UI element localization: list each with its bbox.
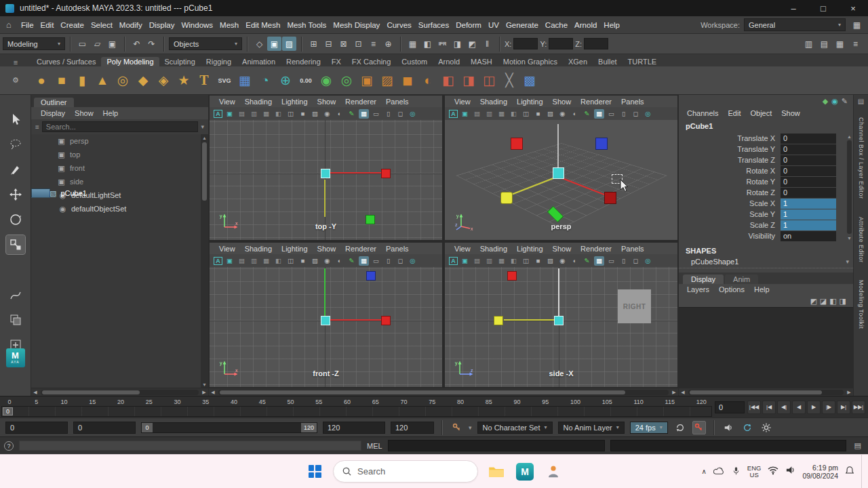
shelf-tab[interactable]: Poly Modeling: [101, 57, 159, 66]
clock[interactable]: 6:19 pm 09/08/2024: [802, 464, 838, 480]
make-live-icon[interactable]: ⊕: [381, 37, 395, 51]
grease-pencil-icon[interactable]: ✎: [582, 256, 592, 266]
cv-curve-icon[interactable]: [6, 285, 25, 304]
shadows-icon[interactable]: ◐: [334, 109, 344, 119]
scroll-right-icon[interactable]: ▶: [670, 390, 678, 395]
channel-sync-icon[interactable]: ◉: [831, 97, 838, 106]
viewport-canvas-persp[interactable]: yxz persp: [445, 120, 677, 240]
selected-node-name[interactable]: pCube1: [679, 119, 853, 133]
chevron-down-icon[interactable]: ▾: [846, 258, 849, 265]
resolution-gate-icon[interactable]: ▯: [618, 256, 629, 266]
film-gate-icon[interactable]: ▭: [371, 256, 381, 266]
shelf-tab[interactable]: FX: [326, 57, 347, 66]
shadows-icon[interactable]: ◐: [570, 109, 580, 119]
cube-yellow[interactable]: [500, 192, 513, 204]
wireframe-icon[interactable]: ◫: [521, 109, 531, 119]
shadows-icon[interactable]: ◐: [334, 256, 344, 266]
cube-blue[interactable]: [366, 271, 376, 281]
chevron-down-icon[interactable]: ▾: [469, 424, 472, 431]
use-all-lights-icon[interactable]: ◉: [557, 109, 568, 119]
pause-viewport-icon[interactable]: ‖: [480, 37, 494, 51]
platonic-solid-icon[interactable]: ◈: [153, 70, 174, 92]
two-d-pan-zoom-icon[interactable]: ◧: [509, 109, 519, 119]
viewport-front[interactable]: ViewShadingLightingShowRendererPanels A▣…: [209, 242, 443, 388]
shelf-tab[interactable]: XGen: [563, 57, 593, 66]
viewport-persp[interactable]: ViewShadingLightingShowRendererPanels A▣…: [444, 95, 678, 241]
channel-speed-icon[interactable]: ◆: [823, 97, 828, 106]
language-indicator[interactable]: ENGUS: [747, 465, 762, 479]
scroll-down-icon[interactable]: ▼: [202, 381, 207, 388]
image-plane-icon[interactable]: ▦: [496, 256, 507, 266]
sidebar-options-icon[interactable]: ▤: [858, 98, 864, 105]
z-coordinate-field[interactable]: [584, 38, 608, 49]
new-empty-layer-icon[interactable]: ◧: [829, 297, 836, 306]
layer-move-up-icon[interactable]: ◩: [810, 297, 816, 306]
channel-value-field[interactable]: 1: [781, 209, 836, 220]
scroll-right-icon[interactable]: ▶: [200, 390, 208, 395]
cached-playback-icon[interactable]: [741, 421, 754, 434]
menu-item[interactable]: UV: [485, 16, 502, 33]
layer-editor-menu[interactable]: Options: [715, 285, 749, 293]
animation-end-field[interactable]: 120: [391, 422, 434, 434]
character-set-key-icon[interactable]: [450, 421, 463, 434]
lock-camera-icon[interactable]: ▣: [460, 109, 470, 119]
film-gate-icon[interactable]: ▭: [371, 109, 381, 119]
cube-cyan[interactable]: [554, 316, 564, 325]
toggle-tool-settings-icon[interactable]: ▤: [817, 37, 831, 51]
align-objects-icon[interactable]: ⊕: [275, 70, 296, 92]
poly-torus-icon[interactable]: ◎: [113, 70, 133, 92]
channel-box-menu[interactable]: Edit: [724, 109, 745, 117]
shadows-icon[interactable]: ◐: [570, 256, 580, 266]
lock-camera-icon[interactable]: ▣: [224, 109, 235, 119]
channel-value-field[interactable]: 0: [781, 166, 836, 176]
sidebar-tab[interactable]: Channel Box / Layer Editor: [858, 117, 865, 199]
viewport-menu[interactable]: Lighting: [277, 245, 312, 253]
wireframe-icon[interactable]: ◫: [285, 109, 296, 119]
move-tool[interactable]: [6, 185, 25, 204]
outliner-horizontal-scrollbar[interactable]: ◀ ▶: [31, 388, 208, 396]
viewport-menu[interactable]: Lighting: [513, 98, 547, 106]
menu-item[interactable]: Create: [57, 16, 87, 33]
viewport-horizontal-scrollbar[interactable]: ◀ ▶: [209, 388, 678, 396]
undo-icon[interactable]: ↶: [130, 37, 144, 51]
grid-toggle-icon[interactable]: ▦: [594, 109, 604, 119]
snap-view-plane-icon[interactable]: ≡: [366, 37, 380, 51]
shelf-tab[interactable]: Rigging: [201, 57, 237, 66]
minimize-button[interactable]: –: [778, 0, 808, 16]
outliner-vertical-scrollbar[interactable]: ▲ ▼: [201, 134, 208, 388]
viewport-menu[interactable]: Shading: [241, 98, 276, 106]
layout-layers-icon[interactable]: [6, 310, 25, 329]
redo-icon[interactable]: ↷: [144, 37, 159, 51]
gate-mask-icon[interactable]: ◻: [395, 256, 406, 266]
render-settings-icon[interactable]: ◨: [450, 37, 465, 51]
viewport-menu[interactable]: Renderer: [576, 98, 616, 106]
taskbar-search[interactable]: [333, 460, 478, 483]
shelf-gear-icon[interactable]: ⚙: [12, 76, 19, 85]
shelf-tab[interactable]: Custom: [396, 57, 433, 66]
camera-orbit-icon[interactable]: ◔: [255, 70, 275, 92]
fps-selector[interactable]: 24 fps: [630, 422, 668, 434]
step-back-key-button[interactable]: ◀|: [777, 401, 791, 414]
viewport-menu[interactable]: Renderer: [576, 245, 616, 253]
channel-value-field[interactable]: 0: [781, 177, 836, 187]
viewport-menu[interactable]: Show: [313, 98, 340, 106]
select-hierarchy-icon[interactable]: ◇: [252, 37, 267, 51]
image-plane-right[interactable]: RIGHT: [618, 289, 651, 323]
grid-toggle-icon[interactable]: ▦: [359, 256, 369, 266]
menu-set-selector[interactable]: Modeling: [3, 37, 65, 50]
menu-item[interactable]: File: [18, 16, 37, 33]
scroll-up-icon[interactable]: ▲: [202, 134, 207, 141]
outliner-item[interactable]: pCube1: [31, 188, 50, 198]
shelf-tab[interactable]: MASH: [465, 57, 498, 66]
channel-row[interactable]: Visibility on: [679, 230, 845, 241]
start-button[interactable]: [304, 462, 325, 482]
bevel-icon[interactable]: ◨: [458, 70, 479, 92]
play-forward-button[interactable]: ▶: [807, 401, 821, 414]
scroll-right-icon[interactable]: ▶: [845, 390, 853, 395]
viewport-menu[interactable]: Panels: [617, 245, 648, 253]
use-all-lights-icon[interactable]: ◉: [322, 109, 332, 119]
menu-item[interactable]: Mesh Display: [330, 16, 383, 33]
show-desktop-button[interactable]: [861, 455, 864, 488]
select-object-icon[interactable]: ▣: [267, 37, 281, 51]
snap-curve-icon[interactable]: ⊟: [321, 37, 336, 51]
